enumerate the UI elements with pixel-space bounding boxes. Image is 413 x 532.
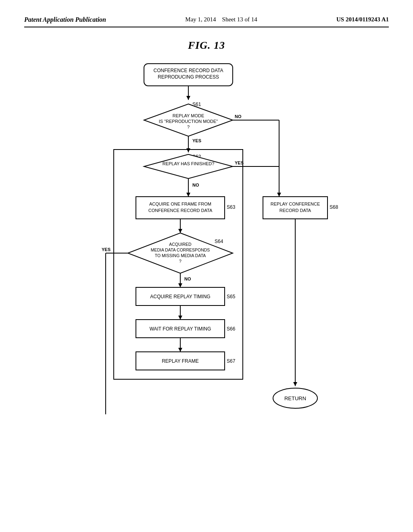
svg-marker-42 [178, 283, 182, 287]
svg-text:REPLAY FRAME: REPLAY FRAME [162, 358, 199, 364]
flowchart-svg: CONFERENCE RECORD DATA REPRODUCING PROCE… [65, 60, 348, 422]
svg-text:MEDIA DATA CORRESPONDS: MEDIA DATA CORRESPONDS [151, 247, 210, 252]
svg-text:S66: S66 [227, 326, 236, 332]
svg-text:S65: S65 [227, 294, 236, 299]
svg-text:REPLAY MODE: REPLAY MODE [173, 113, 204, 118]
svg-text:REPLAY HAS FINISHED?: REPLAY HAS FINISHED? [163, 161, 215, 166]
svg-text:NO: NO [192, 183, 199, 187]
svg-text:RECORD DATA: RECORD DATA [280, 208, 311, 213]
figure-title: FIG. 13 [24, 39, 389, 52]
svg-text:ACQUIRE ONE FRAME FROM: ACQUIRE ONE FRAME FROM [149, 202, 211, 206]
svg-text:NO: NO [235, 114, 242, 119]
svg-text:?: ? [179, 259, 181, 264]
svg-text:REPRODUCING PROCESS: REPRODUCING PROCESS [158, 74, 219, 80]
date-label: May 1, 2014 [185, 16, 216, 23]
svg-marker-16 [186, 148, 190, 152]
svg-text:RETURN: RETURN [284, 395, 306, 401]
svg-text:S64: S64 [215, 239, 223, 244]
publication-label: Patent Application Publication [24, 16, 106, 23]
svg-text:TO MISSING MEDIA DATA: TO MISSING MEDIA DATA [155, 253, 206, 258]
svg-text:YES: YES [235, 160, 244, 165]
header: Patent Application Publication May 1, 20… [24, 16, 389, 27]
svg-marker-18 [144, 154, 233, 179]
svg-text:WAIT FOR REPLAY TIMING: WAIT FOR REPLAY TIMING [150, 326, 211, 332]
svg-text:NO: NO [184, 276, 191, 281]
sheet-label: Sheet 13 of 14 [222, 16, 257, 23]
svg-text:CONFERENCE RECORD DATA: CONFERENCE RECORD DATA [148, 208, 213, 213]
svg-text:S67: S67 [227, 358, 236, 364]
header-center: May 1, 2014 Sheet 13 of 14 [185, 16, 257, 23]
svg-text:REPLAY CONFERENCE: REPLAY CONFERENCE [271, 202, 320, 206]
svg-text:CONFERENCE RECORD DATA: CONFERENCE RECORD DATA [154, 68, 223, 73]
svg-text:ACQUIRE REPLAY TIMING: ACQUIRE REPLAY TIMING [150, 294, 210, 299]
svg-text:ACQUIRED: ACQUIRED [169, 242, 192, 247]
page: Patent Application Publication May 1, 20… [0, 0, 413, 532]
svg-text:YES: YES [192, 138, 201, 143]
svg-text:IS "REPRODUCTION MODE": IS "REPRODUCTION MODE" [159, 119, 218, 124]
patent-number: US 2014/0119243 A1 [336, 16, 389, 23]
svg-marker-13 [277, 193, 281, 197]
svg-text:YES: YES [102, 247, 111, 252]
svg-text:?: ? [187, 125, 190, 129]
svg-text:S68: S68 [330, 204, 338, 210]
svg-marker-52 [178, 348, 182, 352]
flowchart-container: CONFERENCE RECORD DATA REPRODUCING PROCE… [65, 60, 348, 422]
svg-marker-47 [178, 316, 182, 320]
svg-marker-24 [186, 193, 190, 197]
svg-text:S63: S63 [227, 204, 236, 210]
svg-marker-4 [186, 96, 190, 100]
svg-marker-62 [293, 382, 297, 386]
svg-marker-30 [178, 229, 182, 233]
